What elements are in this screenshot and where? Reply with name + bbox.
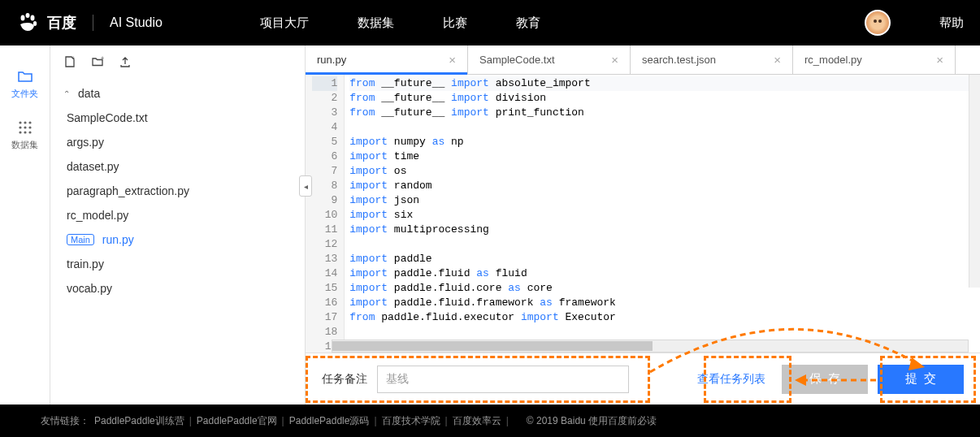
submit-button[interactable]: 提交 (878, 365, 964, 394)
baidu-paw-icon (16, 11, 39, 34)
svg-point-6 (28, 121, 31, 123)
close-icon[interactable]: × (774, 53, 781, 67)
caret-down-icon: ⌃ (63, 89, 72, 98)
tree-file[interactable]: dataset.py (50, 154, 305, 179)
nav-help[interactable]: 帮助 (939, 15, 964, 31)
nav-item-datasets[interactable]: 数据集 (358, 15, 394, 31)
footer-prefix: 友情链接： (41, 414, 89, 428)
tree-folder-label: data (78, 87, 100, 100)
view-task-list-link[interactable]: 查看任务列表 (691, 372, 772, 387)
dots-grid-icon (17, 119, 33, 136)
file-toolbar: + + (50, 45, 305, 78)
tree-file[interactable]: vocab.py (50, 276, 305, 301)
divider (93, 15, 93, 31)
top-nav: 百度 AI Studio 项目大厅 数据集 比赛 教育 帮助 (0, 0, 980, 45)
nav-item-competition[interactable]: 比赛 (443, 15, 467, 31)
nav-item-education[interactable]: 教育 (516, 15, 540, 31)
rail-datasets-label: 数据集 (11, 139, 38, 151)
footer: 友情链接： PaddlePaddle训练营|PaddlePaddle官网|Pad… (0, 405, 980, 437)
nav-menu: 项目大厅 数据集 比赛 教育 (260, 15, 540, 31)
code-body[interactable]: from __future__ import absolute_importfr… (345, 75, 980, 353)
tree-file[interactable]: Mainrun.py (50, 227, 305, 252)
editor-tab[interactable]: rc_model.py× (793, 45, 956, 74)
svg-point-4 (19, 121, 21, 123)
tree-file-label: train.py (67, 257, 104, 270)
avatar[interactable] (865, 10, 891, 36)
tab-label: run.py (317, 54, 346, 66)
code-editor[interactable]: 1234567891011121314151617181920 ▾2122232… (306, 75, 980, 353)
tree-file-label: SampleCode.txt (67, 111, 148, 124)
folder-icon (17, 68, 33, 84)
tab-label: search.test.json (642, 54, 716, 66)
save-button[interactable]: 保存 (782, 365, 868, 394)
editor-panel: ◂ run.py×SampleCode.txt×search.test.json… (306, 45, 980, 405)
tree-file-label: args.py (67, 136, 104, 149)
svg-point-2 (31, 15, 35, 21)
svg-text:+: + (72, 55, 75, 61)
svg-point-5 (24, 121, 26, 123)
task-bar: 任务备注 查看任务列表 保存 提交 (306, 353, 980, 405)
svg-point-0 (21, 15, 25, 21)
rail-files-label: 文件夹 (11, 88, 38, 100)
file-tree: ⌃ data SampleCode.txtargs.pydataset.pypa… (50, 78, 305, 304)
new-folder-icon[interactable]: + (91, 55, 104, 68)
nav-item-lobby[interactable]: 项目大厅 (260, 15, 309, 31)
close-icon[interactable]: × (936, 53, 943, 67)
svg-point-12 (28, 131, 31, 133)
svg-point-1 (26, 13, 30, 18)
main-badge: Main (67, 234, 94, 245)
tree-file-label: dataset.py (67, 160, 119, 173)
tree-file[interactable]: paragraph_extraction.py (50, 179, 305, 203)
horizontal-scrollbar[interactable] (332, 340, 969, 353)
tab-label: rc_model.py (804, 54, 862, 66)
task-label: 任务备注 (322, 372, 367, 387)
svg-point-10 (19, 131, 21, 133)
footer-link[interactable]: PaddlePaddle官网 (197, 415, 277, 426)
close-icon[interactable]: × (611, 53, 618, 67)
tree-file[interactable]: SampleCode.txt (50, 106, 305, 130)
editor-tabs: run.py×SampleCode.txt×search.test.json×r… (306, 45, 980, 75)
tree-file-label: vocab.py (67, 282, 112, 295)
tree-file[interactable]: rc_model.py (50, 203, 305, 227)
new-file-icon[interactable]: + (63, 55, 76, 68)
brand-sub: AI Studio (110, 15, 163, 30)
tree-folder-data[interactable]: ⌃ data (50, 81, 305, 106)
upload-icon[interactable] (119, 55, 132, 68)
line-gutter: 1234567891011121314151617181920 ▾2122232… (306, 75, 345, 353)
svg-text:+: + (101, 55, 104, 61)
brand-text: 百度 (47, 13, 76, 32)
svg-point-9 (28, 126, 31, 128)
close-icon[interactable]: × (449, 53, 456, 67)
task-note-input[interactable] (377, 366, 629, 393)
footer-copyright: © 2019 Baidu 使用百度前必读 (527, 414, 657, 428)
footer-link[interactable]: PaddlePaddle训练营 (94, 415, 184, 426)
tab-label: SampleCode.txt (479, 54, 555, 66)
svg-point-11 (24, 131, 26, 133)
file-panel: + + ⌃ data SampleCode.txtargs.pydataset.… (50, 45, 306, 405)
rail-files[interactable]: 文件夹 (0, 58, 50, 110)
vertical-scrollbar[interactable] (969, 75, 980, 288)
tree-file-label: rc_model.py (67, 209, 128, 222)
logo[interactable]: 百度 AI Studio (16, 11, 163, 34)
editor-tab[interactable]: run.py× (306, 45, 468, 74)
editor-tab[interactable]: SampleCode.txt× (468, 45, 631, 74)
editor-tab[interactable]: search.test.json× (631, 45, 793, 74)
left-rail: 文件夹 数据集 (0, 45, 50, 405)
panel-collapse-handle[interactable]: ◂ (299, 175, 312, 197)
footer-link[interactable]: 百度技术学院 (382, 415, 440, 426)
svg-point-7 (19, 126, 21, 128)
tree-file-label: run.py (102, 233, 134, 246)
footer-link[interactable]: 百度效率云 (453, 415, 501, 426)
svg-point-8 (24, 126, 26, 128)
tree-file-label: paragraph_extraction.py (67, 184, 189, 197)
footer-link[interactable]: PaddlePaddle源码 (289, 415, 370, 426)
tree-file[interactable]: args.py (50, 130, 305, 154)
rail-datasets[interactable]: 数据集 (0, 110, 50, 161)
tree-file[interactable]: train.py (50, 252, 305, 276)
